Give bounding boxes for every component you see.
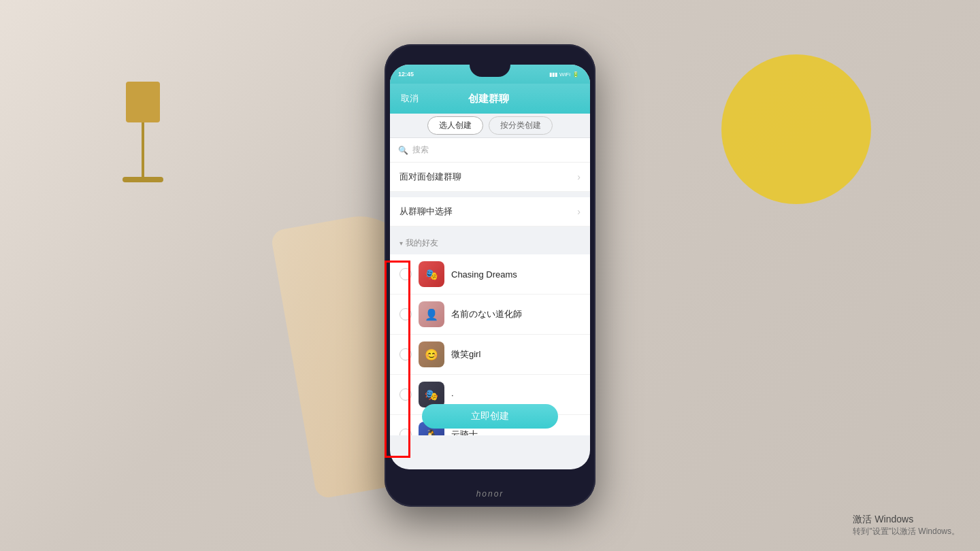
arrow-icon: › (577, 171, 581, 182)
phone-brand-label: honor (476, 489, 504, 499)
phone-device: 12:45 ▮▮▮ WiFi 🔋 取消 创建群聊 选人创建 按分类创建 (385, 44, 595, 507)
avatar-chasing-dreams: 🎭 (419, 261, 444, 287)
tab-select-people[interactable]: 选人创建 (427, 116, 483, 135)
checkbox-chasing-dreams[interactable] (399, 268, 412, 280)
lamp-decoration (122, 82, 163, 204)
cancel-button[interactable]: 取消 (401, 93, 419, 105)
triangle-icon: ▾ (399, 239, 403, 247)
list-item[interactable]: 😊 微笑girl (390, 335, 590, 375)
phone-body: 12:45 ▮▮▮ WiFi 🔋 取消 创建群聊 选人创建 按分类创建 (385, 44, 595, 507)
wifi-icon: WiFi (559, 71, 570, 78)
section-gap-2 (390, 227, 590, 232)
search-icon: 🔍 (398, 146, 408, 155)
create-button[interactable]: 立即创建 (422, 404, 558, 429)
tab-by-category[interactable]: 按分类创建 (489, 116, 553, 135)
from-group-label: 从群聊中选择 (399, 205, 581, 218)
windows-activation: 激活 Windows 转到"设置"以激活 Windows。 (853, 514, 960, 537)
signal-icon: ▮▮▮ (549, 71, 557, 78)
tab-bar: 选人创建 按分类创建 (390, 114, 590, 138)
page-title: 创建群聊 (468, 93, 509, 105)
friend-name-dot: · (451, 390, 454, 400)
list-item[interactable]: 👤 名前のない道化師 (390, 295, 590, 335)
app-header: 取消 创建群聊 (390, 84, 590, 114)
search-input[interactable]: 搜索 (412, 144, 429, 156)
win-activate-line2: 转到"设置"以激活 Windows。 (853, 526, 960, 537)
yellow-circle-decoration (721, 54, 871, 204)
face-to-face-label: 面对面创建群聊 (399, 171, 581, 183)
status-icons: ▮▮▮ WiFi 🔋 (549, 71, 579, 78)
face-to-face-item[interactable]: 面对面创建群聊 › (390, 163, 590, 192)
avatar-weixiao: 😊 (419, 341, 444, 367)
content-area: 面对面创建群聊 › 从群聊中选择 › ▾ 我的好友 (390, 163, 590, 435)
phone-screen: 12:45 ▮▮▮ WiFi 🔋 取消 创建群聊 选人创建 按分类创建 (390, 65, 590, 469)
section-gap-1 (390, 192, 590, 197)
checkbox-douka[interactable] (399, 308, 412, 320)
my-friends-label: 我的好友 (406, 237, 438, 249)
checkbox-dot[interactable] (399, 388, 412, 401)
win-activate-line1: 激活 Windows (853, 514, 960, 526)
avatar-douka: 👤 (419, 301, 444, 327)
friend-name-douka: 名前のない道化師 (451, 308, 522, 320)
arrow-icon-2: › (577, 206, 581, 217)
list-item[interactable]: 🎭 Chasing Dreams (390, 254, 590, 295)
status-time: 12:45 (398, 71, 414, 78)
bottom-button-area: 立即创建 (390, 401, 590, 431)
checkbox-weixiao[interactable] (399, 348, 412, 361)
search-bar: 🔍 搜索 (390, 138, 590, 163)
phone-notch (470, 65, 510, 77)
battery-icon: 🔋 (572, 71, 579, 78)
friend-name-weixiao: 微笑girl (451, 348, 480, 361)
my-friends-section-header: ▾ 我的好友 (390, 232, 590, 254)
friend-name-chasing-dreams: Chasing Dreams (451, 269, 517, 280)
from-group-item[interactable]: 从群聊中选择 › (390, 197, 590, 227)
